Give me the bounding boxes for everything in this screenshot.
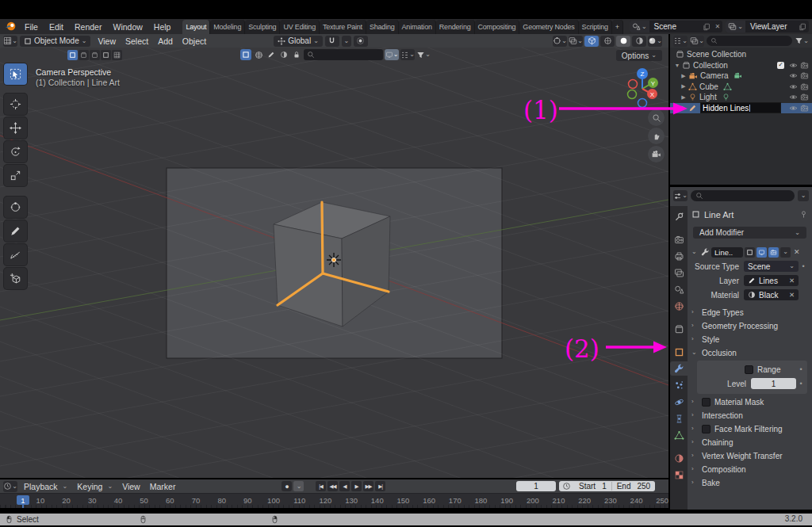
filter-dropdown[interactable]: ⌄	[416, 49, 431, 60]
shading-solid-button[interactable]	[616, 36, 630, 47]
timeline-ruler[interactable]: 1020304050607080901001101201301401501601…	[0, 493, 668, 508]
editmode-display-toggle[interactable]	[745, 247, 755, 258]
properties-tab[interactable]	[670, 249, 688, 263]
expand-icon[interactable]: ▶	[680, 83, 688, 90]
start-frame-field[interactable]: Start1	[574, 482, 611, 491]
outliner-display-mode-dropdown[interactable]: ⌄	[690, 36, 704, 47]
viewport-tool-button[interactable]	[4, 94, 27, 115]
unlink-scene-icon[interactable]: ✕	[713, 23, 723, 30]
render-display-toggle[interactable]	[768, 247, 779, 258]
rename-field[interactable]: Hidden Lines	[700, 102, 781, 113]
transport-button[interactable]: |◀	[316, 481, 326, 491]
workspace-tab[interactable]: Animation	[399, 20, 436, 34]
viewlayer-selector[interactable]: ⌄ ViewLayer	[726, 21, 809, 32]
outliner-search-input[interactable]	[720, 36, 771, 46]
outliner-row-cube[interactable]: ▶ Cube	[670, 82, 812, 93]
properties-tab[interactable]	[670, 361, 688, 376]
material-field[interactable]: Black ✕	[744, 289, 799, 300]
range-checkbox[interactable]	[745, 365, 753, 374]
hide-eye-icon[interactable]	[787, 71, 799, 80]
snap-toggle-button[interactable]	[325, 36, 339, 47]
viewport-tool-button[interactable]	[4, 268, 27, 289]
decorator-dot[interactable]: •	[796, 365, 806, 373]
section-style[interactable]: ›Style	[691, 333, 808, 346]
add-modifier-button[interactable]: Add Modifier⌄	[693, 227, 806, 239]
lock-icon[interactable]	[291, 49, 302, 60]
brush-toggle[interactable]	[266, 49, 277, 60]
hide-eye-icon[interactable]	[787, 104, 799, 113]
viewport-tool-button[interactable]	[4, 220, 27, 242]
viewport-menu-item[interactable]: Add	[153, 36, 178, 46]
display-mode-dropdown[interactable]: ⌄	[400, 49, 415, 60]
close-icon[interactable]: ✕	[794, 248, 800, 256]
axis-neg-x-ball[interactable]	[629, 80, 638, 89]
timeline-menu-item[interactable]: View	[117, 482, 145, 491]
menu-item[interactable]: Window	[107, 22, 147, 32]
properties-editor-type-button[interactable]: ⌄	[673, 190, 688, 201]
workspace-tab[interactable]: +	[612, 20, 623, 34]
timeline-editor-type-button[interactable]: ⌄	[3, 481, 17, 492]
section-vertex-weight-transfer[interactable]: ›Vertex Weight Transfer	[691, 449, 808, 462]
editor-type-button[interactable]: ⌄	[3, 36, 17, 47]
outliner-row-hidden-lines[interactable]: ▶ Hidden Lines	[670, 103, 812, 114]
section-occlusion[interactable]: ⌄Occlusion	[691, 346, 808, 359]
mesh-data-icon[interactable]	[723, 82, 732, 91]
transport-button[interactable]: ▶|	[375, 481, 385, 491]
properties-tab[interactable]	[670, 468, 688, 482]
select-mode-intersect[interactable]	[112, 50, 122, 60]
material-mask-checkbox[interactable]	[702, 398, 710, 407]
render-visibility-icon[interactable]	[799, 104, 810, 113]
outliner-filter-button[interactable]: ⌄	[795, 36, 809, 47]
axis-neg-y-ball[interactable]	[628, 90, 637, 99]
transport-button[interactable]: ▶	[351, 481, 362, 491]
properties-tab[interactable]	[670, 345, 688, 359]
material-preview-toggle[interactable]	[278, 49, 289, 60]
workspace-tab[interactable]: Modeling	[210, 20, 245, 34]
shading-material-button[interactable]	[632, 36, 646, 47]
proportional-edit-button[interactable]	[354, 36, 368, 47]
render-visibility-icon[interactable]	[799, 82, 810, 91]
menu-item[interactable]: File	[19, 22, 44, 32]
auto-keying-button[interactable]: ●	[282, 481, 292, 491]
gizmo-object-toggle[interactable]	[240, 49, 251, 60]
expand-icon[interactable]: ▶	[680, 73, 688, 79]
viewport-tool-button[interactable]	[4, 141, 27, 162]
select-mode-extend[interactable]	[79, 50, 89, 60]
transport-button[interactable]: ▶▶	[363, 481, 373, 491]
properties-tab[interactable]	[670, 428, 688, 442]
properties-search[interactable]	[691, 190, 795, 201]
menu-item[interactable]: Edit	[44, 22, 69, 32]
collapse-chevron-icon[interactable]: ⌄	[691, 249, 699, 255]
properties-tab[interactable]	[670, 322, 688, 336]
properties-tab[interactable]	[670, 232, 688, 246]
viewport-search[interactable]	[304, 49, 383, 60]
scene-lights-toggle[interactable]	[253, 49, 264, 60]
workspace-tab[interactable]: Layout	[182, 20, 210, 34]
mode-dropdown[interactable]: Object Mode⌄	[20, 36, 90, 47]
new-viewlayer-icon[interactable]	[796, 23, 809, 31]
viewport-tool-button[interactable]	[4, 63, 27, 85]
pan-hand-button[interactable]	[648, 128, 665, 144]
properties-tab[interactable]	[670, 299, 688, 313]
scene-selector[interactable]: ⌄ Scene ✕	[630, 21, 722, 32]
hide-eye-icon[interactable]	[787, 93, 799, 101]
viewport-tool-button[interactable]	[4, 197, 27, 218]
properties-tab[interactable]	[670, 378, 688, 392]
transform-orientation-dropdown[interactable]: Global⌄	[274, 36, 323, 47]
select-mode-invert[interactable]	[101, 50, 111, 60]
auto-keyframe-clock-icon[interactable]	[559, 482, 574, 491]
axis-neg-z-ball[interactable]	[638, 99, 647, 108]
blender-logo[interactable]	[5, 21, 17, 32]
expand-icon[interactable]: ▶	[680, 105, 688, 111]
workspace-tab[interactable]: Compositing	[475, 20, 520, 34]
properties-search-input[interactable]	[707, 191, 757, 201]
snap-settings-dropdown[interactable]: ⌄	[342, 36, 351, 47]
render-visibility-icon[interactable]	[799, 93, 810, 101]
workspace-tab[interactable]: Geometry Nodes	[519, 20, 578, 34]
source-type-dropdown[interactable]: Scene⌄	[744, 261, 799, 272]
menu-item[interactable]: Help	[148, 22, 177, 32]
viewport-menu-item[interactable]: Object	[178, 36, 211, 46]
show-gizmo-button[interactable]: ⌄	[553, 36, 567, 47]
viewport-search-input[interactable]	[317, 50, 376, 60]
camera-view-button[interactable]	[648, 146, 665, 162]
